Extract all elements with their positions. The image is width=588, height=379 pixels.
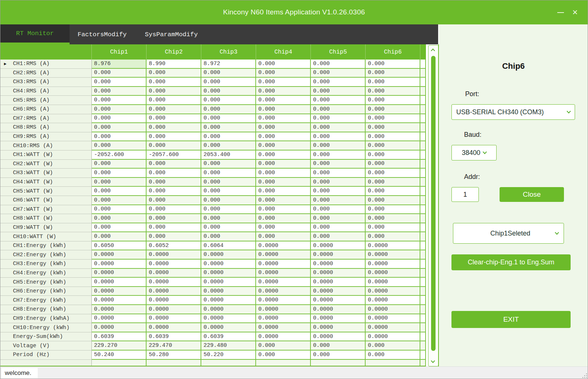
value-cell[interactable]: 50.280	[147, 351, 201, 360]
value-cell[interactable]: 8.972	[201, 60, 256, 69]
value-cell[interactable]: 0.000	[311, 351, 366, 360]
value-cell[interactable]: 0.000	[366, 78, 420, 87]
value-cell[interactable]: 0.0000	[366, 260, 420, 269]
row-label-cell[interactable]	[10, 360, 92, 366]
value-cell[interactable]: 0.0000	[147, 323, 201, 332]
value-cell[interactable]: 0.000	[92, 141, 147, 150]
value-cell[interactable]: 0.000	[256, 178, 311, 187]
value-cell[interactable]: 0.000	[366, 232, 420, 241]
value-cell[interactable]: 0.000	[311, 214, 366, 223]
row-label-cell[interactable]: CH8:RMS (A)	[10, 123, 92, 132]
value-cell[interactable]: 0.000	[256, 160, 311, 169]
value-cell[interactable]: 0.0000	[147, 250, 201, 260]
value-cell[interactable]: 0.000	[147, 114, 201, 123]
value-cell[interactable]: 0.000	[147, 169, 201, 178]
value-cell[interactable]: 0.0000	[256, 241, 311, 251]
value-cell[interactable]: 0.0000	[92, 269, 147, 278]
value-cell[interactable]: 0.000	[311, 78, 366, 87]
row-label-cell[interactable]: CH9:WATT (W)	[10, 223, 92, 233]
value-cell[interactable]: 0.000	[256, 123, 311, 132]
value-cell[interactable]	[256, 360, 311, 366]
value-cell[interactable]: 0.000	[311, 141, 366, 150]
value-cell[interactable]: 0.000	[92, 196, 147, 205]
value-cell[interactable]: 0.000	[201, 232, 256, 241]
scroll-down-icon[interactable]	[431, 359, 435, 363]
value-cell[interactable]: 50.220	[201, 351, 256, 360]
value-cell[interactable]: 0.000	[311, 123, 366, 132]
value-cell[interactable]: 0.0000	[201, 296, 256, 305]
row-label-cell[interactable]: CH7:Energy (kWh)	[10, 296, 92, 305]
value-cell[interactable]: 0.000	[92, 160, 147, 169]
row-label-cell[interactable]: CH4:WATT (W)	[10, 178, 92, 187]
value-cell[interactable]: 0.000	[311, 341, 366, 351]
value-cell[interactable]: 0.6039	[147, 332, 201, 342]
value-cell[interactable]: 0.000	[92, 132, 147, 142]
value-cell[interactable]: 229.480	[201, 341, 256, 351]
value-cell[interactable]: 0.000	[147, 141, 201, 150]
value-cell[interactable]: 0.000	[201, 187, 256, 196]
value-cell[interactable]: 0.000	[147, 187, 201, 196]
value-cell[interactable]: 0.0000	[201, 260, 256, 269]
value-cell[interactable]: 0.0000	[92, 296, 147, 305]
clear-chip-energy-button[interactable]: Clear-chip-Eng.1 to Eng.Sum	[451, 254, 571, 270]
value-cell[interactable]: 0.0000	[311, 323, 366, 332]
value-cell[interactable]: 0.000	[201, 169, 256, 178]
row-label-cell[interactable]: CH7:WATT (W)	[10, 205, 92, 214]
value-cell[interactable]: 0.000	[92, 105, 147, 114]
value-cell[interactable]: 0.000	[147, 205, 201, 214]
value-cell[interactable]: 0.0000	[311, 305, 366, 314]
value-cell[interactable]: 0.000	[256, 196, 311, 205]
minimize-button[interactable]	[552, 0, 569, 24]
value-cell[interactable]: 0.000	[256, 60, 311, 69]
resize-grip-icon[interactable]	[582, 373, 587, 378]
value-cell[interactable]: -2057.600	[147, 150, 201, 160]
value-cell[interactable]: 0.000	[92, 78, 147, 87]
exit-button[interactable]: EXIT	[451, 311, 571, 328]
value-cell[interactable]: 0.000	[201, 132, 256, 142]
row-label-cell[interactable]: CH8:Energy (kWh)	[10, 305, 92, 314]
value-cell[interactable]: 0.000	[147, 160, 201, 169]
value-cell[interactable]: 0.000	[311, 87, 366, 96]
value-cell[interactable]: 0.000	[366, 223, 420, 233]
row-label-cell[interactable]: CH2:RMS (A)	[10, 69, 92, 78]
row-label-cell[interactable]: Voltage (V)	[10, 341, 92, 351]
value-cell[interactable]: 0.0000	[366, 269, 420, 278]
row-label-cell[interactable]: Period (Hz)	[10, 351, 92, 360]
value-cell[interactable]: 229.470	[147, 341, 201, 351]
value-cell[interactable]: 0.6039	[201, 332, 256, 342]
value-cell[interactable]: 0.000	[147, 214, 201, 223]
value-cell[interactable]: 0.000	[201, 178, 256, 187]
value-cell[interactable]: 0.0000	[92, 314, 147, 324]
value-cell[interactable]: 0.0000	[201, 314, 256, 324]
value-cell[interactable]: 0.0000	[92, 287, 147, 296]
value-cell[interactable]: 0.000	[201, 205, 256, 214]
close-port-button[interactable]: Close	[500, 187, 564, 202]
value-cell[interactable]: 0.000	[201, 105, 256, 114]
value-cell[interactable]: 0.0000	[366, 332, 420, 342]
value-cell[interactable]: 0.000	[366, 150, 420, 160]
value-cell[interactable]: 0.0000	[201, 278, 256, 287]
row-label-cell[interactable]: CH1:RMS (A)	[10, 60, 92, 69]
value-cell[interactable]: 0.0000	[256, 323, 311, 332]
value-cell[interactable]: 0.000	[256, 150, 311, 160]
row-label-cell[interactable]: CH10:RMS (A)	[10, 141, 92, 150]
value-cell[interactable]: 0.000	[256, 78, 311, 87]
value-cell[interactable]: 0.0000	[366, 314, 420, 324]
value-cell[interactable]: 0.000	[366, 141, 420, 150]
value-cell[interactable]: 0.000	[201, 196, 256, 205]
value-cell[interactable]: 0.000	[256, 169, 311, 178]
row-label-cell[interactable]: CH7:RMS (A)	[10, 114, 92, 123]
value-cell[interactable]: 0.000	[256, 87, 311, 96]
value-cell[interactable]: 0.000	[366, 105, 420, 114]
value-cell[interactable]: 0.0000	[366, 287, 420, 296]
row-label-cell[interactable]: CH4:RMS (A)	[10, 87, 92, 96]
value-cell[interactable]: 0.000	[92, 96, 147, 105]
value-cell[interactable]: 0.0000	[256, 250, 311, 260]
value-cell[interactable]: 0.000	[366, 114, 420, 123]
value-cell[interactable]: 0.0000	[256, 278, 311, 287]
scrollbar-thumb[interactable]	[431, 56, 436, 351]
value-cell[interactable]: 0.000	[201, 78, 256, 87]
value-cell[interactable]: 0.000	[366, 187, 420, 196]
value-cell[interactable]: 0.000	[256, 114, 311, 123]
value-cell[interactable]: 0.0000	[311, 260, 366, 269]
